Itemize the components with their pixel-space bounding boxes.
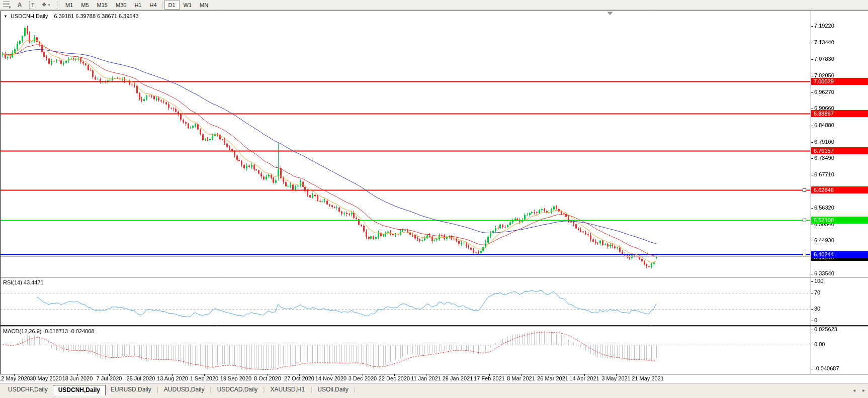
price-chart-canvas[interactable] bbox=[0, 0, 868, 398]
arrows-icon: ❖ bbox=[42, 2, 47, 8]
chevron-down-icon: ▾ bbox=[48, 3, 50, 7]
tab-scroll-right-icon[interactable]: ▸ bbox=[862, 387, 865, 393]
timeframe-button-m30[interactable]: M30 bbox=[112, 0, 130, 10]
tab-separator: | bbox=[354, 385, 356, 394]
timeframe-button-d1[interactable]: D1 bbox=[164, 0, 180, 10]
timeframe-button-m1[interactable]: M1 bbox=[61, 0, 77, 10]
text-box-icon: T bbox=[29, 2, 37, 9]
timeframe-group: M1M5M15M30H1H4D1W1MN bbox=[61, 0, 212, 10]
fibonacci-retracement-tool[interactable]: F bbox=[2, 1, 12, 9]
chart-tab-usdchf[interactable]: USDCHF,Daily bbox=[3, 385, 53, 394]
top-toolbar: F A T ❖ ▾ M1M5M15M30H1H4D1W1MN bbox=[0, 0, 868, 10]
tab-scroll-left-icon[interactable]: ◂ bbox=[853, 387, 855, 393]
chart-tabs: USDCHF,DailyUSDCNH,DailyEURUSD,Daily|AUD… bbox=[3, 385, 356, 395]
chart-tab-bar: USDCHF,DailyUSDCNH,DailyEURUSD,Daily|AUD… bbox=[0, 383, 868, 398]
toolbar-divider bbox=[162, 1, 163, 9]
mt4-terminal-window: F A T ❖ ▾ M1M5M15M30H1H4D1W1MN ▼USDCNH,D… bbox=[0, 0, 868, 398]
timeframe-button-h1[interactable]: H1 bbox=[130, 0, 145, 10]
chart-tab-usoil[interactable]: USOil,Daily bbox=[312, 385, 353, 394]
chart-tab-xauusd[interactable]: XAUUSD,H1 bbox=[265, 385, 310, 394]
timeframe-button-mn[interactable]: MN bbox=[196, 0, 212, 10]
chart-tab-eurusd[interactable]: EURUSD,Daily bbox=[106, 385, 156, 394]
timeframe-button-h4[interactable]: H4 bbox=[145, 0, 160, 10]
text-box-tool[interactable]: T bbox=[28, 1, 38, 9]
chart-tab-usdcad[interactable]: USDCAD,Daily bbox=[212, 385, 263, 394]
timeframe-button-m5[interactable]: M5 bbox=[77, 0, 93, 10]
toolbar-grip bbox=[57, 2, 58, 9]
arrow-objects-tool[interactable]: ❖ ▾ bbox=[41, 1, 51, 9]
text-label-tool[interactable]: A bbox=[15, 1, 25, 9]
fibonacci-icon: F bbox=[3, 2, 11, 8]
timeframe-button-w1[interactable]: W1 bbox=[180, 0, 196, 10]
text-label-icon: A bbox=[18, 2, 22, 9]
timeframe-button-m15[interactable]: M15 bbox=[93, 0, 112, 10]
tab-scroll-buttons: ◂ ▸ bbox=[853, 387, 865, 393]
chart-tab-usdcnh[interactable]: USDCNH,Daily bbox=[53, 385, 106, 395]
chart-tab-audusd[interactable]: AUDUSD,Daily bbox=[159, 385, 210, 394]
